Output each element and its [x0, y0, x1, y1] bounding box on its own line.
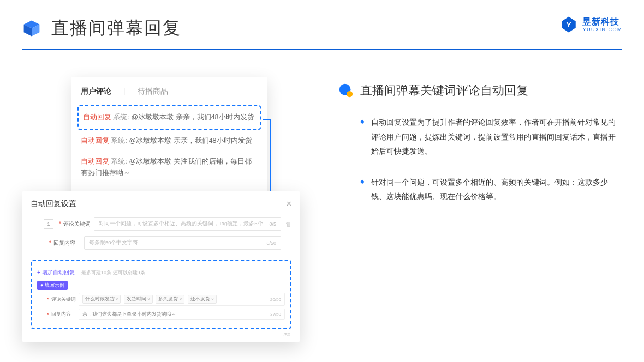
cube-icon	[22, 19, 41, 38]
tag-chip[interactable]: 什么时候发货×	[82, 295, 121, 304]
brand-name-en: YUUXIN.COM	[582, 27, 622, 32]
system-tag: 系统:	[111, 137, 127, 144]
system-tag: 系统:	[111, 158, 127, 165]
ghost-counter: /50	[283, 332, 290, 337]
tag-remove-icon: ×	[211, 297, 214, 302]
bullet-item: 自动回复设置为了提升作者的评论回复效率，作者可在开播前针对常见的评论用户问题，提…	[360, 115, 617, 159]
system-tag: 系统:	[113, 113, 129, 121]
required-icon: *	[49, 240, 51, 246]
brand-logo: Y 昱新科技 YUUXIN.COM	[559, 15, 622, 34]
example-badge: ● 填写示例	[37, 281, 68, 290]
svg-point-5	[347, 91, 353, 97]
description-area: 直播间弹幕关键词评论自动回复 自动回复设置为了提升作者的评论回复效率，作者可在开…	[306, 77, 622, 281]
brand-icon: Y	[559, 15, 578, 34]
form-row-keyword: ⋮⋮ 1 * 评论关键词 对同一个问题，可设置多个相近、高频的关键词，Tag确定…	[31, 214, 291, 233]
drag-handle-icon[interactable]: ⋮⋮	[31, 221, 40, 227]
comment-item-highlighted: 自动回复 系统: @冰墩墩本墩 亲亲，我们48小时内发货	[77, 105, 261, 130]
tag-chip[interactable]: 多久发货×	[156, 295, 184, 304]
dialog-title: 自动回复设置	[31, 199, 76, 209]
tag-chip[interactable]: 发货时间×	[124, 295, 153, 304]
char-counter: 20/50	[270, 297, 281, 302]
add-reply-link[interactable]: + 增加自动回复	[37, 269, 75, 275]
auto-reply-tag: 自动回复	[81, 158, 109, 165]
page-header: 直播间弹幕回复	[0, 0, 644, 49]
keyword-input[interactable]: 对同一个问题，可设置多个相近、高频的关键词，Tag确定，最多5个 0/5	[94, 217, 281, 231]
svg-text:Y: Y	[567, 21, 571, 29]
section-heading: 直播间弹幕关键词评论自动回复	[338, 82, 622, 99]
input-placeholder: 对同一个问题，可设置多个相近、高频的关键词，Tag确定，最多5个	[99, 220, 263, 227]
required-icon: *	[47, 297, 49, 302]
section-title: 直播间弹幕关键词评论自动回复	[360, 82, 528, 99]
required-icon: *	[59, 221, 61, 227]
example-keyword-input[interactable]: 什么时候发货× 发货时间× 多久发货× 还不发货× 20/50	[79, 293, 285, 306]
example-reply-label: 回复内容	[51, 311, 79, 318]
tab-goods[interactable]: 待播商品	[138, 87, 168, 96]
row-number: 1	[44, 219, 53, 229]
close-icon[interactable]: ×	[287, 199, 291, 209]
auto-reply-tag: 自动回复	[83, 113, 111, 121]
bullet-list: 自动回复设置为了提升作者的评论回复效率，作者可在开播前针对常见的评论用户问题，提…	[338, 99, 622, 204]
example-box: + 增加自动回复 最多可建10条 还可以创建9条 ● 填写示例 * 评论关键词 …	[31, 260, 291, 329]
char-counter: 0/5	[269, 221, 276, 227]
tab-comments[interactable]: 用户评论	[81, 87, 111, 96]
form-row-reply: * 回复内容 每条限50个中文字符 0/50 🗑	[31, 233, 291, 252]
bubble-icon	[338, 83, 354, 98]
example-reply-text: 亲，我们这边都是下单48小时内发货的哦～	[82, 311, 176, 318]
tag-remove-icon: ×	[116, 297, 118, 302]
mention: @冰墩墩本墩	[131, 113, 174, 121]
example-reply-row: * 回复内容 亲，我们这边都是下单48小时内发货的哦～ 37/50	[37, 306, 285, 320]
char-counter: 37/50	[270, 312, 281, 317]
example-keyword-label: 评论关键词	[51, 296, 79, 303]
example-reply-input[interactable]: 亲，我们这边都是下单48小时内发货的哦～ 37/50	[79, 309, 285, 320]
keyword-label: 评论关键词	[63, 220, 94, 228]
bullet-item: 针对同一个问题，可设置多个相近的、高频的关键词。例如：这款多少钱、这块能优惠吗、…	[360, 175, 617, 204]
comment-item: 自动回复 系统: @冰墩墩本墩 亲亲，我们48小时内发货	[81, 131, 258, 151]
tag-remove-icon: ×	[147, 297, 150, 302]
input-placeholder: 每条限50个中文字符	[89, 239, 139, 246]
mention: @冰墩墩本墩	[129, 137, 171, 144]
char-counter: 0/50	[266, 240, 276, 246]
comment-item: 自动回复 系统: @冰墩墩本墩 关注我们的店铺，每日都有热门推荐呦～	[81, 152, 258, 184]
tag-remove-icon: ×	[179, 297, 182, 302]
example-keyword-row: * 评论关键词 什么时候发货× 发货时间× 多久发货× 还不发货× 20/50	[37, 290, 285, 306]
comment-text: 亲亲，我们48小时内发货	[171, 137, 252, 144]
reply-label: 回复内容	[53, 239, 84, 247]
brand-name-cn: 昱新科技	[582, 17, 622, 26]
required-icon: *	[47, 312, 49, 317]
screenshot-area: 用户评论 | 待播商品 自动回复 系统: @冰墩墩本墩 亲亲，我们48小时内发货…	[22, 77, 306, 281]
mention: @冰墩墩本墩	[129, 158, 171, 165]
auto-reply-tag: 自动回复	[81, 137, 109, 144]
tab-separator: |	[123, 87, 126, 96]
tag-chip[interactable]: 还不发货×	[188, 295, 217, 304]
page-title: 直播间弹幕回复	[51, 16, 181, 40]
reply-input[interactable]: 每条限50个中文字符 0/50	[84, 236, 281, 250]
panel-tabs: 用户评论 | 待播商品	[81, 87, 258, 104]
trash-icon[interactable]: 🗑	[285, 221, 291, 227]
add-hint: 最多可建10条 还可以创建9条	[81, 270, 145, 275]
auto-reply-settings-dialog: 自动回复设置 × ⋮⋮ 1 * 评论关键词 对同一个问题，可设置多个相近、高频的…	[22, 191, 300, 342]
comment-text: 亲亲，我们48小时内发货	[174, 113, 254, 121]
